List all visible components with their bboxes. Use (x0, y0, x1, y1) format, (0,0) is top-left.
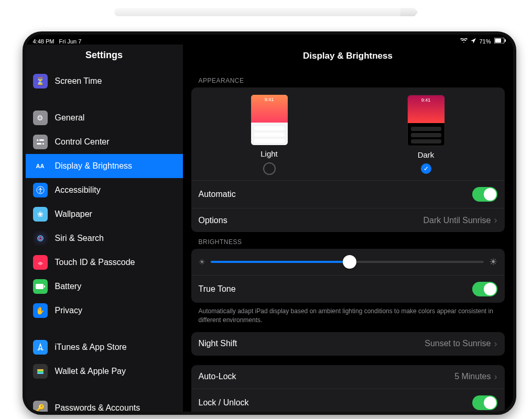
sidebar-item-label: Touch ID & Passcode (55, 258, 135, 267)
truetone-label: True Tone (199, 284, 236, 294)
sidebar-item-label: Control Center (55, 137, 110, 147)
svg-rect-14 (37, 371, 44, 372)
appstore-icon (33, 340, 48, 355)
siri-icon (33, 231, 48, 246)
svg-point-8 (39, 188, 41, 190)
automatic-label: Automatic (199, 190, 236, 199)
sidebar-item-label: Screen Time (55, 76, 102, 86)
svg-rect-1 (495, 39, 501, 43)
sidebar-item-passwords[interactable]: 🔑 Passwords & Accounts (26, 396, 183, 412)
appearance-option-light[interactable]: 9:41 Light (251, 95, 288, 175)
sidebar-item-label: General (55, 113, 85, 123)
sun-high-icon: ☀︎ (489, 256, 497, 268)
appearance-preview-light: 9:41 (251, 95, 288, 145)
battery-icon (33, 279, 48, 294)
sidebar-item-label: Privacy (55, 306, 82, 315)
radio-dark[interactable] (421, 163, 431, 174)
battery-icon (494, 38, 506, 45)
appearance-label-dark: Dark (418, 150, 435, 159)
svg-rect-15 (37, 372, 44, 374)
svg-point-6 (41, 143, 42, 145)
sidebar-item-general[interactable]: ⚙ General (26, 106, 183, 130)
row-nightshift[interactable]: Night Shift Sunset to Sunrise › (191, 332, 505, 356)
svg-rect-13 (37, 369, 44, 371)
sidebar-item-control-center[interactable]: Control Center (26, 130, 183, 154)
detail-title: Display & Brightness (183, 45, 513, 71)
sidebar-item-privacy[interactable]: ✋ Privacy (26, 299, 183, 323)
row-options[interactable]: Options Dark Until Sunrise › (191, 208, 505, 232)
svg-point-5 (38, 139, 39, 141)
autolock-label: Auto-Lock (199, 372, 236, 381)
flower-icon: ❀ (33, 207, 48, 222)
appearance-label-light: Light (260, 149, 278, 158)
appearance-option-dark[interactable]: 9:41 Dark (407, 95, 445, 175)
radio-light[interactable] (263, 162, 276, 175)
svg-rect-4 (37, 143, 44, 145)
svg-rect-12 (44, 285, 45, 288)
switches-icon (33, 135, 48, 149)
battery-pct: 71% (479, 38, 491, 45)
text-size-icon: AA (33, 159, 48, 173)
sidebar-item-label: Battery (55, 282, 82, 291)
sidebar-item-screen-time[interactable]: ⏳ Screen Time (26, 69, 183, 93)
options-label: Options (199, 216, 227, 225)
hand-icon: ✋ (33, 303, 48, 318)
sidebar-title: Settings (26, 45, 183, 69)
lockunlock-label: Lock / Unlock (199, 398, 249, 407)
svg-rect-2 (505, 39, 506, 42)
detail-pane: Display & Brightness APPEARANCE 9:41 (183, 45, 513, 412)
gear-icon: ⚙ (33, 111, 48, 125)
sidebar-item-label: iTunes & App Store (55, 343, 127, 352)
row-automatic: Automatic (191, 180, 505, 208)
chevron-right-icon: › (494, 371, 497, 382)
row-lockunlock: Lock / Unlock (191, 389, 505, 412)
appearance-header: APPEARANCE (191, 71, 505, 87)
sidebar-item-accessibility[interactable]: Accessibility (26, 178, 183, 202)
sidebar-item-label: Display & Brightness (55, 161, 133, 171)
options-value: Dark Until Sunrise (424, 216, 491, 225)
appearance-preview-dark: 9:41 (407, 95, 445, 146)
svg-point-10 (39, 237, 41, 240)
brightness-slider[interactable] (211, 261, 484, 263)
key-icon: 🔑 (33, 401, 48, 412)
toggle-truetone[interactable] (472, 282, 497, 296)
sidebar-item-wallet[interactable]: Wallet & Apple Pay (26, 359, 183, 383)
status-time: 4:48 PM (33, 38, 55, 45)
apple-pencil (114, 6, 418, 18)
status-bar: 4:48 PM Fri Jun 7 71% (26, 35, 513, 45)
accessibility-icon (33, 183, 48, 197)
brightness-slider-row: ☀︎ ☀︎ (191, 249, 505, 275)
sidebar-item-battery[interactable]: Battery (26, 274, 183, 299)
chevron-right-icon: › (494, 215, 497, 226)
settings-sidebar: Settings ⏳ Screen Time ⚙ General (26, 45, 183, 412)
wallet-icon (33, 364, 48, 379)
row-autolock[interactable]: Auto-Lock 5 Minutes › (191, 365, 505, 389)
toggle-lockunlock[interactable] (472, 395, 497, 410)
status-date: Fri Jun 7 (59, 38, 82, 45)
truetone-footer: Automatically adapt iPad display based o… (191, 303, 505, 332)
sidebar-item-label: Wallet & Apple Pay (55, 367, 126, 376)
chevron-right-icon: › (494, 338, 497, 349)
ipad-frame: 4:48 PM Fri Jun 7 71% (23, 31, 516, 415)
nightshift-label: Night Shift (199, 339, 237, 348)
sidebar-item-label: Wallpaper (55, 210, 92, 219)
fingerprint-icon (33, 255, 48, 270)
sidebar-item-itunes[interactable]: iTunes & App Store (26, 335, 183, 359)
svg-point-9 (38, 236, 43, 241)
wifi-icon (460, 38, 468, 45)
hourglass-icon: ⏳ (33, 74, 48, 89)
sidebar-item-label: Siri & Search (55, 234, 104, 243)
sidebar-item-siri[interactable]: Siri & Search (26, 226, 183, 250)
autolock-value: 5 Minutes (454, 372, 491, 381)
sidebar-item-label: Accessibility (55, 185, 101, 195)
sidebar-item-wallpaper[interactable]: ❀ Wallpaper (26, 202, 183, 226)
brightness-header: BRIGHTNESS (191, 232, 505, 249)
location-icon (471, 38, 476, 45)
sidebar-item-touchid[interactable]: Touch ID & Passcode (26, 250, 183, 274)
nightshift-value: Sunset to Sunrise (425, 339, 491, 348)
toggle-automatic[interactable] (472, 187, 497, 202)
sidebar-item-label: Passwords & Accounts (55, 403, 140, 412)
sun-low-icon: ☀︎ (199, 258, 205, 266)
svg-rect-11 (36, 284, 44, 289)
sidebar-item-display-brightness[interactable]: AA Display & Brightness (26, 154, 183, 178)
